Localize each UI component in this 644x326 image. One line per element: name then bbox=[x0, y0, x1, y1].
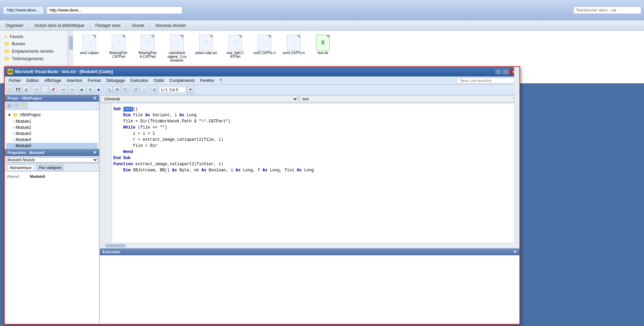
sidebar-item-favoris[interactable]: ★ Favoris bbox=[3, 33, 65, 40]
tree-item-module4[interactable]: ▪ Module4 bbox=[6, 137, 98, 143]
menu-affichage[interactable]: Affichage bbox=[42, 78, 64, 84]
toolbar-separator3 bbox=[126, 22, 127, 29]
module2-label: Module2 bbox=[16, 125, 31, 130]
menu-edition[interactable]: Edition bbox=[24, 78, 42, 84]
toolbar-btn-5[interactable]: 🔍 bbox=[105, 86, 113, 93]
code-line-5: i = i + 1 bbox=[113, 131, 517, 137]
list-item[interactable]: 📄 BearingPart .CATPart bbox=[107, 35, 130, 58]
position-indicator: Li 1, Col 9 bbox=[159, 87, 186, 93]
minimize-button[interactable]: ─ bbox=[495, 69, 502, 75]
toolbar-sep-2 bbox=[58, 86, 58, 93]
project-panel-close[interactable]: ✕ bbox=[93, 96, 96, 101]
code-line-11: Function extract_image_catiapart2(fichie… bbox=[113, 161, 517, 167]
library-button[interactable]: Inclure dans la bibliothèque bbox=[32, 22, 87, 29]
organizer-button[interactable]: Organiser bbox=[3, 22, 26, 29]
toolbar-paste-btn[interactable]: 📌 bbox=[49, 86, 57, 93]
search-bar[interactable] bbox=[573, 6, 641, 14]
tab-alphabetical[interactable]: Alphabétique bbox=[7, 165, 34, 171]
module-icon-1: ▪ bbox=[13, 119, 14, 123]
new-folder-button[interactable]: Nouveau dossier bbox=[153, 22, 189, 29]
props-panel-header: Propriétés - Module5 ✕ bbox=[5, 149, 99, 156]
tree-item-module2[interactable]: ▪ Module2 bbox=[6, 124, 98, 131]
menu-outils[interactable]: Outils bbox=[151, 78, 167, 84]
tab-label: http://www.deve... bbox=[7, 8, 39, 13]
vba-menubar: Fichier Edition Affichage Insertion Form… bbox=[5, 76, 519, 85]
file-name: surfs.CATPa rt bbox=[283, 51, 305, 55]
toolbar-btn-2[interactable]: 💾 bbox=[14, 86, 22, 93]
share-button[interactable]: Partager avec bbox=[93, 22, 124, 29]
tree-item-vbaproject[interactable]: ▼ 📁 VBAProject bbox=[6, 111, 98, 118]
menu-format[interactable]: Format bbox=[85, 78, 104, 84]
list-item[interactable]: 📄 axe2.catpart bbox=[77, 35, 101, 55]
toolbar-cut-btn[interactable]: ✂ bbox=[33, 86, 40, 93]
folder-icon-downloads: 📁 bbox=[4, 56, 10, 62]
menu-fenetre[interactable]: Fenêtre bbox=[197, 78, 217, 84]
toolbar-btn-7[interactable]: 📎 bbox=[122, 86, 129, 93]
list-item[interactable]: 📄 BearingPart A.CATPart bbox=[136, 35, 160, 58]
menu-execution[interactable]: Exécution bbox=[128, 78, 151, 84]
tree-item-module5[interactable]: ▪ Module5 bbox=[6, 143, 98, 149]
project-view-code-btn[interactable]: { } bbox=[6, 103, 13, 109]
menu-insertion[interactable]: Insertion bbox=[64, 78, 85, 84]
code-line-8: Wend bbox=[113, 149, 517, 155]
props-module-select[interactable]: Module5 Module bbox=[6, 157, 98, 162]
code-context-select[interactable]: (Général) bbox=[101, 96, 298, 102]
explorer-toolbar: Organiser Inclure dans la bibliothèque P… bbox=[0, 20, 644, 31]
file-name: catestlandi nggear_2.ca tanalysis bbox=[165, 51, 189, 62]
address-bar[interactable] bbox=[47, 6, 182, 14]
folder-icon-bureau: 📁 bbox=[4, 41, 10, 47]
toolbar-redo-btn[interactable]: ↪ bbox=[68, 86, 75, 93]
props-name-label: (Name) bbox=[7, 174, 27, 178]
exec-scrollbar-v[interactable] bbox=[514, 67, 519, 142]
execution-body[interactable] bbox=[100, 255, 519, 323]
toolbar-copy-btn[interactable]: 📄 bbox=[41, 86, 49, 93]
execution-title: Exécution bbox=[103, 250, 121, 254]
project-panel-header: Projet - VBAProject ✕ bbox=[5, 95, 99, 102]
module-icon-4: ▪ bbox=[13, 138, 14, 142]
toolbar-btn-6[interactable]: ⚙ bbox=[113, 86, 121, 93]
code-scrollbar-horizontal[interactable] bbox=[100, 243, 519, 248]
sidebar-item-downloads[interactable]: 📁 Téléchargements bbox=[3, 55, 65, 63]
restore-button[interactable]: □ bbox=[502, 69, 509, 75]
props-panel-close[interactable]: ✕ bbox=[93, 150, 96, 155]
toolbar-pause-btn[interactable]: ⏸ bbox=[87, 86, 94, 93]
toolbar-dropdown-btn[interactable]: ▼ bbox=[187, 86, 194, 93]
toolbar-btn-10[interactable]: ◎ bbox=[151, 86, 158, 93]
toolbar-btn-9[interactable]: → bbox=[140, 86, 148, 93]
project-tree: ▼ 📁 VBAProject ▪ Module1 ▪ Module2 ▪ bbox=[5, 110, 99, 149]
toolbar-btn-1[interactable]: 📋 bbox=[6, 86, 14, 93]
list-item[interactable]: 📄 piston.catp art bbox=[194, 35, 218, 55]
tree-item-module3[interactable]: ▪ Module3 bbox=[6, 131, 98, 137]
toolbar-stop-btn[interactable]: ■ bbox=[95, 86, 102, 93]
execution-close-btn[interactable]: ✕ bbox=[513, 250, 517, 254]
list-item[interactable]: 📄 rear_light.C ATPart bbox=[223, 35, 247, 58]
list-item[interactable]: 📄 surf2.CATPa rt bbox=[253, 35, 276, 55]
toolbar-undo-btn[interactable]: ↩ bbox=[60, 86, 67, 93]
burn-button[interactable]: Graver bbox=[129, 22, 147, 29]
code-procedure-select[interactable]: test bbox=[299, 96, 518, 102]
menu-fichier[interactable]: Fichier bbox=[6, 78, 24, 84]
project-panel-toolbar: { } □ 📁 bbox=[5, 102, 99, 110]
menu-help[interactable]: ? bbox=[217, 78, 225, 84]
tab-category[interactable]: Par catégorie bbox=[37, 165, 63, 171]
window-controls: ─ □ ✕ bbox=[495, 69, 517, 75]
code-line-9: End Sub bbox=[113, 155, 517, 161]
browser-tab[interactable]: http://www.deve... bbox=[3, 6, 44, 14]
toolbar-run-btn[interactable]: ▶ bbox=[78, 86, 86, 93]
list-item[interactable]: 📄 catestlandi nggear_2.ca tanalysis bbox=[165, 35, 189, 62]
ask-input[interactable] bbox=[457, 78, 518, 84]
toolbar-btn-3[interactable]: 🖨 bbox=[22, 86, 30, 93]
project-toggle-btn[interactable]: 📁 bbox=[21, 103, 27, 109]
sidebar-item-bureau[interactable]: 📁 Bureau bbox=[3, 40, 65, 48]
list-item[interactable]: X test.xls bbox=[311, 35, 335, 55]
project-view-form-btn[interactable]: □ bbox=[13, 103, 20, 109]
vba-icon: VB bbox=[7, 69, 13, 74]
list-item[interactable]: 📄 surfs.CATPa rt bbox=[282, 35, 306, 55]
tree-item-module1[interactable]: ▪ Module1 bbox=[6, 118, 98, 124]
menu-complements[interactable]: Compléments bbox=[167, 78, 197, 84]
menu-debogage[interactable]: Débogage bbox=[104, 78, 128, 84]
sidebar-item-recent[interactable]: 📁 Emplacements récents bbox=[3, 48, 65, 55]
sidebar-favoris-label: Favoris bbox=[10, 34, 23, 39]
toolbar-btn-8[interactable]: 🔗 bbox=[132, 86, 140, 93]
code-editor[interactable]: Sub test() Dim file As Variant, i As Lon… bbox=[100, 103, 519, 243]
